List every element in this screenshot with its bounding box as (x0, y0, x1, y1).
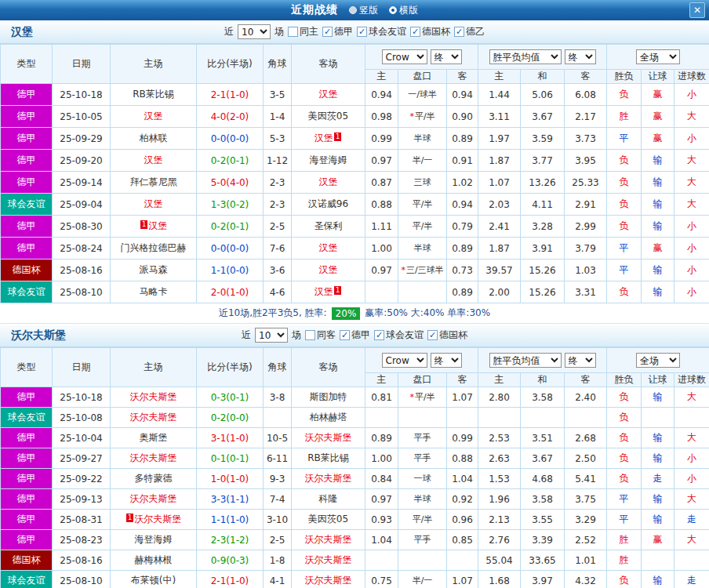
team-name-link[interactable]: 沃尔夫斯堡 (305, 432, 352, 443)
avg-final-select[interactable]: 终 (565, 353, 596, 368)
avg-home-cell (478, 408, 521, 428)
league-cell: 德甲 (1, 387, 53, 408)
team-name-link[interactable]: 多特蒙德 (135, 473, 173, 484)
page-title: 近期战绩 (291, 3, 338, 17)
close-button[interactable]: ✕ (689, 2, 705, 18)
team-name-link[interactable]: 沃尔夫斯堡 (305, 575, 352, 586)
team-name-link[interactable]: 海登海姆 (135, 534, 173, 545)
wdl-cell: 负 (607, 194, 642, 216)
team-name-link[interactable]: 汉堡 (315, 132, 333, 143)
same-venue-label-wrap[interactable]: 同主 (288, 25, 318, 38)
avg-away-cell: 3.75 (565, 489, 607, 510)
league-filter-checkbox[interactable]: ✓ (427, 330, 438, 340)
league-filter-label-wrap[interactable]: ✓球会友谊 (374, 328, 424, 342)
team-name-link[interactable]: 马略卡 (140, 286, 168, 297)
league-cell: 球会友谊 (1, 281, 53, 303)
layout-radio-vertical[interactable]: 竖版 (349, 4, 378, 17)
league-filter-label-wrap[interactable]: ✓德甲 (322, 25, 353, 38)
team-name-link[interactable]: 布莱顿(中) (131, 575, 176, 586)
same-venue-checkbox[interactable] (288, 27, 298, 37)
corner-cell: 3-10 (264, 510, 292, 530)
team-name-link[interactable]: 科隆 (319, 493, 338, 504)
odds-company-select[interactable]: Crow (382, 49, 427, 64)
table-header-row-1: 类型日期主场比分(半场)角球客场Crow终胜平负均值终全场 (1, 45, 709, 70)
team-name-link[interactable]: 美因茨05 (308, 514, 348, 524)
league-filter-label-wrap[interactable]: ✓球会友谊 (357, 25, 406, 38)
avg-away-cell: 1.01 (565, 550, 607, 571)
league-filter-checkbox[interactable]: ✓ (340, 330, 350, 340)
team-cell: 门兴格拉德巴赫 (111, 238, 197, 260)
titlebar: 近期战绩 竖版 横版 ✕ (0, 0, 709, 20)
team-name-link[interactable]: 沃尔夫斯堡 (305, 534, 352, 545)
fulltime-select[interactable]: 全场 (636, 49, 680, 64)
col-header-avg_home: 主 (478, 373, 521, 387)
odds-company-group: Crow终 (365, 348, 478, 373)
team-name-link[interactable]: 柏林赫塔 (310, 412, 347, 423)
handicap-result-cell: 赢 (642, 530, 674, 550)
team-name-link[interactable]: 沃尔夫斯堡 (305, 473, 352, 484)
team-name-link[interactable]: 汉堡 (315, 286, 333, 297)
team-name-link[interactable]: 汉诺威96 (308, 198, 348, 209)
fulltime-select[interactable]: 全场 (636, 353, 680, 368)
col-header-handicap: 盘口 (398, 70, 447, 84)
match-row: 德甲25-10-18RB莱比锡2-1(1-0)3-5汉堡0.94一/球半0.94… (1, 84, 709, 106)
same-venue-label-wrap[interactable]: 同客 (305, 328, 336, 342)
team-name-link[interactable]: 赫梅林根 (135, 554, 173, 565)
odds-final-select[interactable]: 终 (431, 353, 462, 368)
team-cell: 圣保利 (292, 216, 365, 238)
league-filter-checkbox[interactable]: ✓ (357, 27, 367, 37)
corner-cell: 2-3 (264, 172, 292, 194)
layout-radio-horizontal[interactable]: 横版 (389, 4, 418, 17)
league-filter-checkbox[interactable]: ✓ (374, 330, 384, 340)
score-cell: 0-2(0-0) (197, 408, 264, 428)
team-name-link[interactable]: 美因茨05 (308, 111, 348, 122)
team-name-link[interactable]: 汉堡 (148, 220, 167, 231)
match-count-select[interactable]: 10 (238, 24, 271, 39)
handicap-result-cell: 输 (642, 150, 674, 172)
team-name-link[interactable]: 圣保利 (315, 220, 343, 231)
odds-final-select[interactable]: 终 (431, 49, 462, 64)
team-name-link[interactable]: 沃尔夫斯堡 (130, 391, 177, 402)
score-cell: 0-3(0-1) (197, 387, 264, 408)
team-name-link[interactable]: RB莱比锡 (307, 452, 349, 463)
team-name-link[interactable]: 奥斯堡 (140, 432, 168, 443)
team-cell: 汉堡 (111, 194, 197, 216)
avg-final-select[interactable]: 终 (565, 49, 596, 64)
team-name-link[interactable]: 柏林联 (140, 132, 168, 143)
avg-odds-select[interactable]: 胜平负均值 (489, 49, 562, 64)
odds-company-select[interactable]: Crow (382, 353, 427, 368)
avg-home-cell: 1.44 (478, 84, 521, 106)
league-filter-label-wrap[interactable]: ✓德乙 (454, 25, 485, 38)
team-name-link[interactable]: 沃尔夫斯堡 (130, 452, 177, 463)
league-filter-label-wrap[interactable]: ✓德国杯 (410, 25, 450, 38)
score-cell: 1-0(1-0) (197, 469, 264, 489)
team-name-link[interactable]: 斯图加特 (310, 391, 347, 402)
date-cell: 25-09-29 (53, 128, 111, 150)
team-name-link[interactable]: 沃尔夫斯堡 (130, 493, 177, 504)
team-name-link[interactable]: 汉堡 (319, 89, 338, 100)
col-header-odds_away: 客 (447, 70, 478, 84)
league-filter-label-wrap[interactable]: ✓德甲 (340, 328, 370, 342)
avg-odds-select[interactable]: 胜平负均值 (489, 353, 562, 368)
team-name-link[interactable]: 拜仁慕尼黑 (130, 176, 177, 187)
team-name-link[interactable]: 汉堡 (144, 198, 163, 209)
league-filter-checkbox[interactable]: ✓ (454, 27, 464, 37)
corner-cell: 2-5 (264, 216, 292, 238)
team-name-link[interactable]: 汉堡 (144, 111, 163, 122)
team-name-link[interactable]: 沃尔夫斯堡 (130, 412, 177, 423)
match-count-select[interactable]: 10 (255, 328, 288, 343)
team-name-link[interactable]: RB莱比锡 (133, 89, 174, 100)
team-name-link[interactable]: 门兴格拉德巴赫 (121, 242, 187, 253)
team-name-link[interactable]: 派马森 (140, 264, 168, 275)
team-name-link[interactable]: 海登海姆 (310, 154, 347, 165)
team-name-link[interactable]: 沃尔夫斯堡 (305, 554, 352, 565)
team-name-link[interactable]: 汉堡 (319, 264, 338, 275)
league-filter-label-wrap[interactable]: ✓德国杯 (427, 328, 467, 342)
team-name-link[interactable]: 沃尔夫斯堡 (134, 514, 181, 524)
league-filter-checkbox[interactable]: ✓ (322, 27, 333, 37)
team-name-link[interactable]: 汉堡 (319, 242, 338, 253)
team-name-link[interactable]: 汉堡 (144, 154, 163, 165)
league-filter-checkbox[interactable]: ✓ (410, 27, 420, 37)
team-name-link[interactable]: 汉堡 (319, 176, 338, 187)
same-venue-checkbox[interactable] (305, 330, 315, 340)
